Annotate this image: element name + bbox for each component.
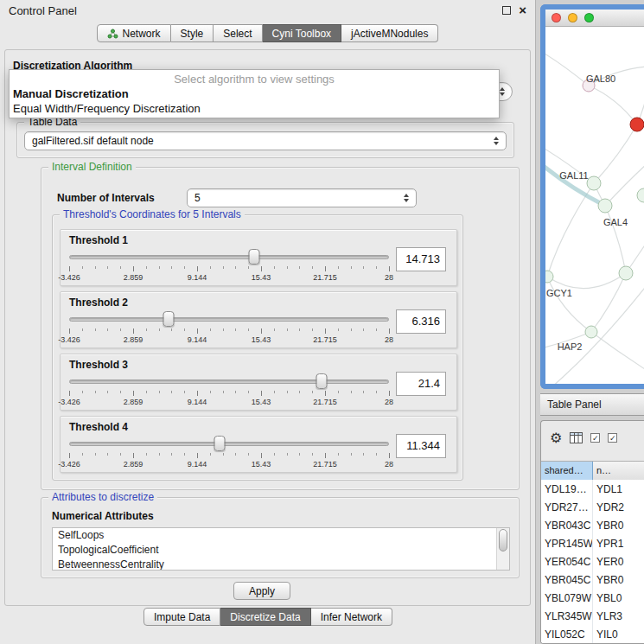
table-row[interactable]: YBR045CYBR0 bbox=[541, 571, 644, 589]
tick-mark bbox=[210, 328, 211, 331]
tab-impute-data[interactable]: Impute Data bbox=[143, 608, 220, 626]
network-node[interactable] bbox=[585, 326, 597, 338]
attribute-list-item[interactable]: BetweennessCentrality bbox=[53, 558, 509, 571]
tick-mark bbox=[261, 266, 262, 271]
threshold-panel: Threshold 2-3.4262.8599.14415.4321.71528… bbox=[60, 291, 457, 348]
table-cell: YLR345W bbox=[541, 607, 593, 625]
slider-ticks bbox=[69, 328, 389, 335]
network-edge[interactable] bbox=[545, 51, 589, 86]
float-window-icon[interactable] bbox=[502, 6, 511, 15]
table-row[interactable]: YIL052CYIL0 bbox=[541, 625, 644, 643]
select-all-checkbox-icon[interactable]: ✓ bbox=[590, 433, 600, 443]
network-node[interactable] bbox=[619, 266, 633, 280]
network-edge[interactable] bbox=[591, 332, 644, 371]
tick-mark bbox=[274, 453, 275, 456]
tab-network[interactable]: Network bbox=[97, 24, 171, 42]
network-edge[interactable] bbox=[589, 86, 637, 124]
table-row[interactable]: YDL19…YDL1 bbox=[541, 480, 644, 498]
tick-mark bbox=[363, 391, 364, 393]
column-header[interactable]: shared… bbox=[541, 462, 593, 481]
threshold-value-field[interactable]: 14.713 bbox=[396, 247, 446, 271]
tick-mark bbox=[261, 453, 262, 458]
scrollbar-thumb[interactable] bbox=[499, 529, 507, 552]
threshold-slider[interactable]: -3.4262.8599.14415.4321.71528 bbox=[69, 436, 389, 470]
network-node[interactable] bbox=[587, 176, 601, 190]
deselect-all-checkbox-icon[interactable]: ✓ bbox=[608, 433, 617, 443]
tab-label: Network bbox=[123, 28, 161, 40]
threshold-value-field[interactable]: 11.344 bbox=[396, 434, 446, 458]
tab-select[interactable]: Select bbox=[214, 24, 262, 42]
numerical-attributes-label: Numerical Attributes bbox=[52, 510, 154, 522]
threshold-slider[interactable]: -3.4262.8599.14415.4321.71528 bbox=[69, 311, 389, 346]
tab-label: Cyni Toolbox bbox=[272, 28, 331, 40]
table-row[interactable]: YER054CYER0 bbox=[541, 552, 644, 571]
tab-infer-network[interactable]: Infer Network bbox=[311, 608, 392, 626]
number-of-intervals-combobox[interactable]: 5 bbox=[187, 188, 417, 207]
network-edge[interactable] bbox=[547, 277, 591, 332]
tick-mark bbox=[133, 453, 134, 458]
tick-mark bbox=[107, 391, 108, 393]
tick-mark bbox=[69, 266, 70, 271]
tab-jactivemnodules[interactable]: jActiveMNodules bbox=[341, 24, 438, 42]
network-node[interactable] bbox=[630, 118, 644, 131]
close-window-icon[interactable]: × bbox=[519, 4, 526, 16]
columns-icon[interactable] bbox=[570, 432, 583, 443]
slider-thumb[interactable] bbox=[214, 436, 225, 451]
tick-mark bbox=[210, 453, 211, 456]
tick-mark bbox=[363, 266, 364, 269]
threshold-label: Threshold 4 bbox=[69, 421, 128, 433]
slider-thumb[interactable] bbox=[316, 373, 328, 389]
table-row[interactable]: YBL079WYBL0 bbox=[541, 589, 644, 607]
minimize-traffic-light[interactable] bbox=[568, 13, 577, 22]
network-edge[interactable] bbox=[594, 124, 637, 183]
apply-button[interactable]: Apply bbox=[233, 582, 290, 600]
network-edge[interactable] bbox=[591, 273, 626, 332]
attribute-list-item[interactable]: TopologicalCoefficient bbox=[53, 543, 509, 558]
algorithm-option-equal-width-frequency-discretization[interactable]: Equal Width/Frequency Discretization bbox=[10, 101, 499, 116]
algorithm-option-manual-discretization[interactable]: Manual Discretization bbox=[10, 86, 499, 101]
column-header[interactable]: n… bbox=[593, 462, 644, 481]
tab-discretize-data[interactable]: Discretize Data bbox=[220, 608, 310, 626]
network-canvas[interactable]: GAL80GAL11GAL4GCY1HAP2 bbox=[545, 27, 644, 384]
table-cell: YER054C bbox=[541, 552, 593, 571]
table-cell: YBL079W bbox=[541, 589, 593, 607]
network-node[interactable] bbox=[598, 199, 612, 213]
table-row[interactable]: YBR043CYBR0 bbox=[541, 516, 644, 534]
threshold-value-field[interactable]: 6.316 bbox=[396, 309, 446, 334]
table-cell: YBR0 bbox=[593, 516, 644, 534]
threshold-slider[interactable]: -3.4262.8599.14415.4321.71528 bbox=[69, 249, 389, 284]
attribute-list-item[interactable]: SelfLoops bbox=[53, 528, 509, 543]
table-row[interactable]: YDR27…YDR2 bbox=[541, 498, 644, 516]
threshold-slider[interactable]: -3.4262.8599.14415.4321.71528 bbox=[69, 373, 389, 408]
network-edge[interactable] bbox=[547, 273, 626, 289]
tick-mark bbox=[69, 453, 70, 458]
threshold-value-field[interactable]: 21.4 bbox=[396, 372, 446, 396]
tick-mark bbox=[69, 391, 70, 396]
tick-mark bbox=[261, 391, 262, 396]
tab-cyni-toolbox[interactable]: Cyni Toolbox bbox=[263, 24, 341, 42]
tick-mark bbox=[107, 453, 108, 456]
table-cell: YER0 bbox=[593, 552, 644, 571]
tick-mark bbox=[261, 328, 262, 334]
zoom-traffic-light[interactable] bbox=[584, 13, 594, 22]
tick-mark bbox=[159, 391, 160, 393]
table-row[interactable]: YPR145WYPR1 bbox=[541, 534, 644, 552]
tab-style[interactable]: Style bbox=[171, 24, 214, 42]
network-node[interactable] bbox=[545, 271, 553, 283]
list-scrollbar[interactable] bbox=[496, 528, 509, 570]
network-edge[interactable] bbox=[605, 206, 626, 273]
table-data-combobox[interactable]: galFiltered.sif default node bbox=[24, 131, 507, 150]
table-cell: YDR2 bbox=[593, 498, 644, 516]
network-node[interactable] bbox=[637, 188, 644, 202]
table-panel-title: Table Panel bbox=[547, 399, 602, 411]
gear-icon[interactable]: ⚙ bbox=[550, 431, 562, 445]
slider-thumb[interactable] bbox=[248, 249, 259, 265]
tick-mark bbox=[171, 391, 172, 393]
close-traffic-light[interactable] bbox=[552, 13, 561, 22]
tick-mark bbox=[120, 453, 121, 456]
table-row[interactable]: YLR345WYLR3 bbox=[541, 607, 644, 625]
tick-mark bbox=[210, 266, 211, 269]
slider-track bbox=[69, 255, 389, 259]
table-panel-window: ⚙ ✓ ✓ shared…n… YDL19…YDL1YDR27…YDR2YBR0… bbox=[540, 420, 644, 644]
slider-thumb[interactable] bbox=[163, 311, 174, 327]
